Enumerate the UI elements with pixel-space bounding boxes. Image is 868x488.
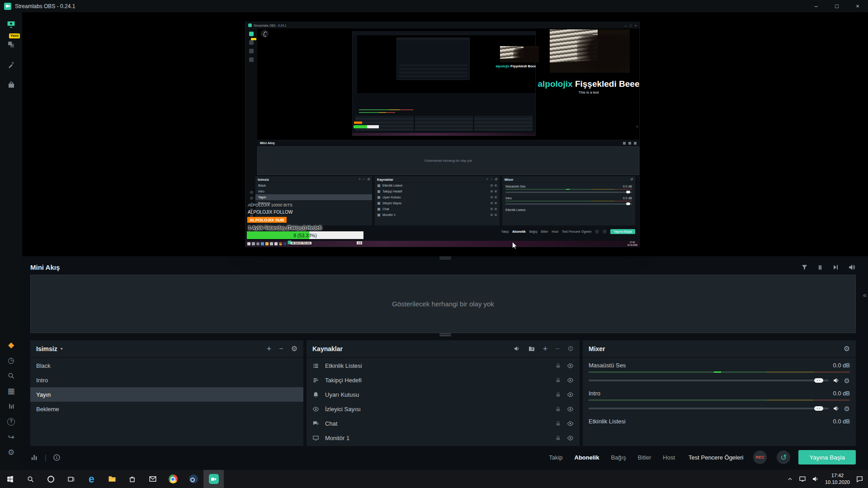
volume-slider[interactable]: [589, 380, 829, 381]
task-view-button[interactable]: [61, 470, 81, 488]
mini-app-logo-icon: [248, 23, 252, 27]
editor-display[interactable]: Streamlabs OBS - 0.24.1 – □ ×: [22, 12, 868, 256]
maximize-button[interactable]: □: [826, 0, 847, 12]
remove-source-button[interactable]: −: [555, 345, 559, 352]
taskbar-search-button[interactable]: [20, 470, 41, 488]
lock-icon[interactable]: [555, 406, 561, 412]
source-row[interactable]: İzleyici Sayısı: [307, 402, 580, 416]
scene-settings-button[interactable]: ⚙: [291, 345, 297, 352]
test-follow-button[interactable]: Takip: [549, 454, 562, 461]
streamlabs-taskbar-icon[interactable]: [203, 470, 224, 488]
editor-icon[interactable]: [4, 18, 19, 30]
add-folder-button[interactable]: [528, 345, 535, 352]
nested-capture-window-level3: [397, 38, 469, 80]
panel-resize-grip[interactable]: [22, 333, 868, 337]
panel-resize-grip[interactable]: [22, 256, 868, 260]
test-widgets-label[interactable]: Test Pencere Ögeleri: [689, 454, 743, 461]
lock-icon[interactable]: [555, 421, 561, 427]
alert-sub-badge: ALPOLOJIX SUB: [247, 217, 287, 223]
source-properties-button[interactable]: ⚙: [567, 345, 574, 352]
tray-volume-icon[interactable]: [812, 475, 819, 483]
file-explorer-icon[interactable]: [102, 470, 122, 488]
store-app-icon[interactable]: [122, 470, 142, 488]
mixer-settings-button[interactable]: ⚙: [844, 345, 850, 352]
close-button[interactable]: ×: [847, 0, 868, 12]
visibility-icon[interactable]: [567, 435, 574, 441]
mute-icon[interactable]: [848, 263, 856, 271]
dock-expand-chevron[interactable]: «: [863, 291, 867, 299]
record-button[interactable]: REC: [753, 450, 767, 464]
nested-goal-bar: [354, 125, 379, 128]
remove-scene-button[interactable]: −: [279, 345, 283, 352]
skip-next-icon[interactable]: [832, 264, 839, 271]
prime-icon[interactable]: ◆: [4, 340, 19, 350]
lock-icon[interactable]: [555, 435, 561, 441]
scene-row-active[interactable]: Yayın: [30, 387, 303, 402]
performance-icon[interactable]: ◷: [4, 355, 19, 365]
info-icon[interactable]: [53, 454, 61, 461]
minimize-button[interactable]: –: [806, 0, 826, 12]
replay-buffer-button[interactable]: ↺: [777, 450, 790, 464]
stream-headline: alpolojix Fişşekledi Beee This is a test: [538, 79, 639, 94]
visibility-icon[interactable]: [567, 391, 574, 398]
visibility-icon[interactable]: [567, 406, 574, 413]
mail-icon[interactable]: [142, 470, 163, 488]
steam-icon[interactable]: [183, 470, 203, 488]
visibility-icon[interactable]: [567, 377, 574, 384]
help-icon[interactable]: ?: [4, 417, 19, 427]
visibility-icon[interactable]: [567, 362, 574, 369]
visibility-icon[interactable]: [567, 420, 574, 427]
speaker-icon[interactable]: [833, 377, 840, 384]
lock-icon[interactable]: [555, 377, 561, 383]
go-live-button[interactable]: Yayına Başla: [798, 450, 856, 465]
source-row[interactable]: Chat: [307, 416, 580, 431]
speaker-icon[interactable]: [833, 405, 840, 412]
volume-slider[interactable]: [589, 408, 829, 409]
test-bits-button[interactable]: Bitler: [638, 454, 651, 461]
volume-slider-handle[interactable]: [814, 406, 823, 411]
scene-row[interactable]: Bekleme: [30, 402, 303, 416]
performance-stats-icon[interactable]: [30, 453, 38, 461]
test-donation-button[interactable]: Bağış: [611, 454, 626, 461]
pause-icon[interactable]: [817, 264, 823, 271]
add-scene-button[interactable]: +: [267, 345, 272, 353]
settings-icon[interactable]: ⚙: [4, 447, 19, 457]
source-row[interactable]: Uyarı Kutusu: [307, 387, 580, 402]
cortana-button[interactable]: [41, 470, 61, 488]
captured-obs-window[interactable]: Streamlabs OBS - 0.24.1 – □ ×: [245, 22, 639, 247]
tray-display-icon[interactable]: [799, 475, 806, 483]
windows-taskbar: e 17:42 10.10.2020: [0, 470, 868, 488]
source-row[interactable]: Etkinlik Listesi: [307, 358, 580, 373]
source-row[interactable]: Takipçi Hedefi: [307, 373, 580, 387]
test-host-button[interactable]: Host: [663, 454, 675, 461]
store-icon[interactable]: [4, 79, 19, 91]
logout-icon[interactable]: ↪: [4, 432, 19, 442]
test-subscription-button[interactable]: Abonelik: [575, 454, 599, 461]
channel-settings-icon[interactable]: ⚙: [844, 405, 850, 412]
tray-expand-icon[interactable]: [787, 476, 793, 482]
start-button[interactable]: [0, 470, 20, 488]
action-center-icon[interactable]: [856, 475, 863, 483]
stats-icon[interactable]: [4, 401, 19, 411]
mini-rec-button: [595, 230, 599, 234]
lock-icon[interactable]: [555, 363, 561, 369]
scenes-collection-title[interactable]: Isimsiz: [36, 345, 57, 352]
scene-row[interactable]: Black: [30, 358, 303, 373]
channel-settings-icon[interactable]: ⚙: [844, 377, 850, 384]
taskbar-clock[interactable]: 17:42 10.10.2020: [825, 472, 850, 486]
mini-minimize-icon: –: [625, 24, 627, 27]
app-store-icon[interactable]: [4, 59, 19, 70]
chevron-down-icon[interactable]: ▾: [61, 346, 63, 351]
chrome-icon[interactable]: [163, 470, 183, 488]
source-row[interactable]: Monitör 1: [307, 431, 580, 445]
volume-slider-handle[interactable]: [814, 378, 823, 383]
filter-icon[interactable]: [801, 264, 808, 271]
audio-sources-icon[interactable]: [514, 345, 520, 352]
edge-icon[interactable]: e: [81, 470, 102, 488]
scene-row[interactable]: Intro: [30, 373, 303, 387]
themes-icon[interactable]: Yeni: [4, 38, 19, 50]
layout-editor-icon[interactable]: ▦: [4, 386, 19, 396]
lock-icon[interactable]: [555, 392, 561, 398]
discover-search-icon[interactable]: [4, 371, 19, 380]
add-source-button[interactable]: +: [543, 345, 548, 353]
